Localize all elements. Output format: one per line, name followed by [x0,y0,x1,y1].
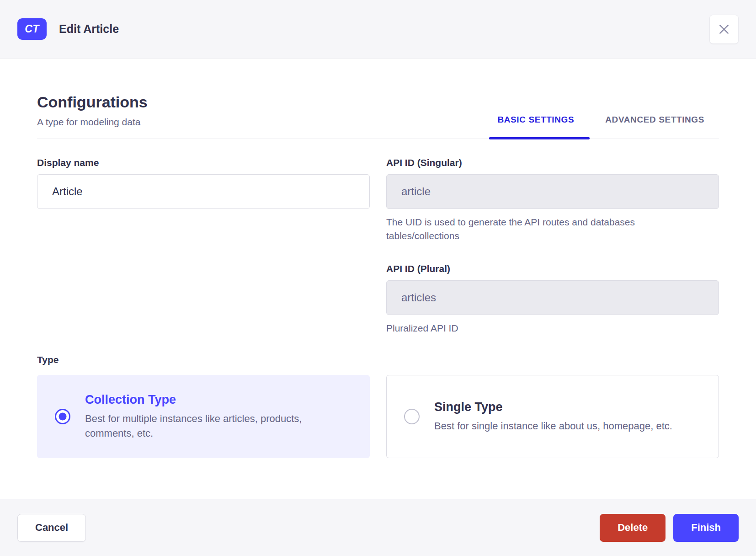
form-column-left: Display name [37,157,370,335]
configuration-form: Display name API ID (Singular) The UID i… [37,157,719,335]
display-name-field: Display name [37,157,370,209]
type-label: Type [37,354,719,365]
radio-unselected-icon[interactable] [404,409,420,424]
radio-selected-icon[interactable] [55,409,70,424]
collection-type-option[interactable]: Collection Type Best for multiple instan… [37,375,370,458]
close-icon [718,23,730,35]
modal-title: Edit Article [59,22,119,36]
footer-actions: Delete Finish [600,514,739,542]
api-id-singular-field: API ID (Singular) The UID is used to gen… [386,157,719,243]
form-column-right: API ID (Singular) The UID is used to gen… [386,157,719,335]
api-id-singular-label: API ID (Singular) [386,157,719,168]
single-type-option[interactable]: Single Type Best for single instance lik… [386,375,719,458]
api-id-plural-field: API ID (Plural) Pluralized API ID [386,263,719,335]
modal-header: CT Edit Article [0,0,756,59]
edit-content-type-modal: CT Edit Article Configurations A type fo… [0,0,756,556]
api-id-plural-hint: Pluralized API ID [386,321,679,335]
finish-button[interactable]: Finish [673,514,739,542]
collection-type-texts: Collection Type Best for multiple instan… [85,393,341,441]
tab-basic-settings[interactable]: BASIC SETTINGS [496,115,575,139]
single-type-description: Best for single instance like about us, … [434,419,672,433]
api-id-plural-input [386,280,719,315]
type-cards: Collection Type Best for multiple instan… [37,375,719,458]
delete-button[interactable]: Delete [600,514,665,542]
section-titles: Configurations A type for modeling data [37,93,148,139]
collection-type-description: Best for multiple instances like article… [85,412,341,441]
modal-footer: Cancel Delete Finish [0,499,756,556]
page-title: Configurations [37,93,148,111]
type-section: Type Collection Type Best for multiple i… [37,354,719,484]
content-type-badge-icon: CT [17,18,47,40]
tab-advanced-settings[interactable]: ADVANCED SETTINGS [604,115,705,139]
display-name-label: Display name [37,157,370,168]
section-header: Configurations A type for modeling data … [37,93,719,139]
single-type-title: Single Type [434,400,672,414]
api-id-plural-label: API ID (Plural) [386,263,719,274]
close-button[interactable] [709,15,739,44]
api-id-singular-hint: The UID is used to generate the API rout… [386,215,679,243]
single-type-texts: Single Type Best for single instance lik… [434,400,672,433]
cancel-button[interactable]: Cancel [17,514,86,542]
page-subtitle: A type for modeling data [37,117,148,128]
collection-type-title: Collection Type [85,393,341,407]
display-name-input[interactable] [37,174,370,209]
modal-body: Configurations A type for modeling data … [0,93,756,484]
settings-tabs: BASIC SETTINGS ADVANCED SETTINGS [496,115,705,139]
api-id-singular-input [386,174,719,209]
